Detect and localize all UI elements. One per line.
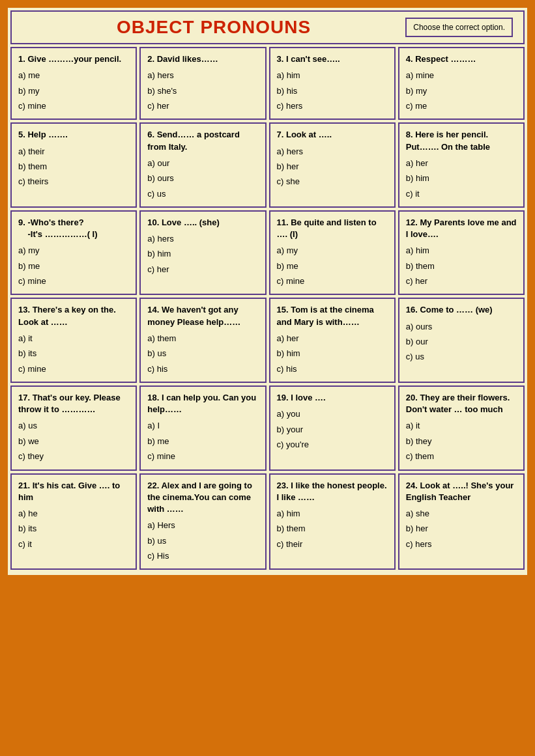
- q9-answers: a) myb) mec) mine: [18, 243, 129, 288]
- q6-text: 6. Send…… a postcard from Italy.: [147, 129, 258, 152]
- q22-answers: a) Hersb) usc) His: [147, 518, 258, 563]
- q13-text: 13. There's a key on the. Look at ……: [18, 304, 129, 328]
- q11-answers: a) myb) mec) mine: [277, 243, 388, 288]
- row-2: 5. Help ……. a) theirb) themc) theirs 6. …: [10, 122, 525, 208]
- q23-answers: a) himb) themc) their: [277, 506, 388, 552]
- question-1: 1. Give ………your pencil. a) meb) myc) min…: [10, 47, 137, 120]
- q12-text: 12. My Parents love me and I love….: [406, 217, 517, 240]
- question-11: 11. Be quite and listen to …. (I) a) myb…: [269, 210, 396, 296]
- question-4: 4. Respect ……… a) mineb) myc) me: [398, 47, 525, 120]
- q5-answers: a) theirb) themc) theirs: [18, 144, 129, 189]
- question-6: 6. Send…… a postcard from Italy. a) ourb…: [139, 122, 266, 208]
- q1-answers: a) meb) myc) mine: [18, 68, 129, 113]
- q18-text: 18. I can help you. Can you help……: [147, 392, 258, 415]
- q15-answers: a) herb) himc) his: [277, 331, 388, 376]
- q20-text: 20. They are their flowers. Don't water …: [406, 392, 517, 415]
- q11-text: 11. Be quite and listen to …. (I): [277, 217, 388, 240]
- q2-answers: a) hersb) she'sc) her: [147, 68, 258, 113]
- q21-text: 21. It's his cat. Give …. to him: [18, 480, 129, 503]
- q7-answers: a) hersb) herc) she: [277, 144, 388, 189]
- q14-answers: a) themb) usc) his: [147, 331, 258, 376]
- question-2: 2. David likes…… a) hersb) she'sc) her: [139, 47, 266, 120]
- q12-answers: a) himb) themc) her: [406, 243, 517, 288]
- page-title: OBJECT PRONOUNS: [117, 17, 311, 37]
- q9-text: 9. -Who's there? -It's ……………( I): [18, 217, 129, 240]
- question-16: 16. Come to …… (we) a) oursb) ourc) us: [398, 298, 525, 383]
- q4-answers: a) mineb) myc) me: [406, 68, 517, 113]
- question-13: 13. There's a key on the. Look at …… a) …: [10, 298, 137, 383]
- q4-text: 4. Respect ………: [406, 53, 517, 65]
- row-1: 1. Give ………your pencil. a) meb) myc) min…: [10, 47, 525, 120]
- question-18: 18. I can help you. Can you help…… a) Ib…: [139, 385, 266, 471]
- q13-answers: a) itb) itsc) mine: [18, 331, 129, 376]
- question-17: 17. That's our key. Please throw it to ……: [10, 385, 137, 471]
- row-4: 13. There's a key on the. Look at …… a) …: [10, 298, 525, 383]
- row-3: 9. -Who's there? -It's ……………( I) a) myb)…: [10, 210, 525, 296]
- q17-text: 17. That's our key. Please throw it to ……: [18, 392, 129, 415]
- q19-answers: a) youb) yourc) you're: [277, 406, 388, 452]
- question-5: 5. Help ……. a) theirb) themc) theirs: [10, 122, 137, 208]
- instruction-text: Choose the correct option.: [413, 23, 505, 32]
- q1-text: 1. Give ………your pencil.: [18, 53, 129, 65]
- question-8: 8. Here is her pencil. Put……. On the tab…: [398, 122, 525, 208]
- q2-text: 2. David likes……: [147, 53, 258, 65]
- q10-answers: a) hersb) himc) her: [147, 231, 258, 277]
- q23-text: 23. I like the honest people. I like ……: [277, 480, 388, 503]
- question-15: 15. Tom is at the cinema and Mary is wit…: [269, 298, 396, 383]
- question-9: 9. -Who's there? -It's ……………( I) a) myb)…: [10, 210, 137, 296]
- inner-page: OBJECT PRONOUNS Choose the correct optio…: [8, 8, 527, 575]
- q20-answers: a) itb) theyc) them: [406, 418, 517, 464]
- q6-answers: a) ourb) oursc) us: [147, 156, 258, 201]
- q15-text: 15. Tom is at the cinema and Mary is wit…: [277, 304, 388, 328]
- q17-answers: a) usb) wec) they: [18, 418, 129, 464]
- q8-answers: a) herb) himc) it: [406, 156, 517, 201]
- q24-text: 24. Look at …..! She's your English Teac…: [406, 480, 517, 503]
- q7-text: 7. Look at …..: [277, 129, 388, 141]
- q8-text: 8. Here is her pencil. Put……. On the tab…: [406, 129, 517, 152]
- q24-answers: a) sheb) herc) hers: [406, 506, 517, 552]
- question-22: 22. Alex and I are going to the cinema.Y…: [139, 473, 266, 570]
- q14-text: 14. We haven't got any money Please help…: [147, 304, 258, 328]
- question-23: 23. I like the honest people. I like …… …: [269, 473, 396, 570]
- q18-answers: a) Ib) mec) mine: [147, 418, 258, 464]
- q10-text: 10. Love ….. (she): [147, 217, 258, 229]
- q16-text: 16. Come to …… (we): [406, 304, 517, 316]
- question-3: 3. I can't see….. a) himb) hisc) hers: [269, 47, 396, 120]
- question-24: 24. Look at …..! She's your English Teac…: [398, 473, 525, 570]
- q3-text: 3. I can't see…..: [277, 53, 388, 65]
- title-area: OBJECT PRONOUNS Choose the correct optio…: [10, 10, 525, 44]
- instruction-box: Choose the correct option.: [405, 18, 513, 37]
- question-14: 14. We haven't got any money Please help…: [139, 298, 266, 383]
- q16-answers: a) oursb) ourc) us: [406, 319, 517, 365]
- q22-text: 22. Alex and I are going to the cinema.Y…: [147, 480, 258, 516]
- q19-text: 19. I love ….: [277, 392, 388, 404]
- question-10: 10. Love ….. (she) a) hersb) himc) her: [139, 210, 266, 296]
- page-outer: OBJECT PRONOUNS Choose the correct optio…: [5, 5, 530, 578]
- q3-answers: a) himb) hisc) hers: [277, 68, 388, 113]
- row-5: 17. That's our key. Please throw it to ……: [10, 385, 525, 471]
- row-6: 21. It's his cat. Give …. to him a) heb)…: [10, 473, 525, 570]
- q21-answers: a) heb) itsc) it: [18, 506, 129, 552]
- question-20: 20. They are their flowers. Don't water …: [398, 385, 525, 471]
- question-21: 21. It's his cat. Give …. to him a) heb)…: [10, 473, 137, 570]
- q5-text: 5. Help …….: [18, 129, 129, 141]
- question-7: 7. Look at ….. a) hersb) herc) she: [269, 122, 396, 208]
- question-19: 19. I love …. a) youb) yourc) you're: [269, 385, 396, 471]
- question-12: 12. My Parents love me and I love…. a) h…: [398, 210, 525, 296]
